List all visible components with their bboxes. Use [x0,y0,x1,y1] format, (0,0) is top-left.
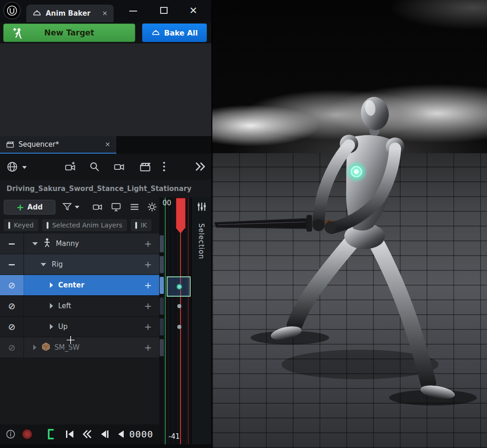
keyframe-dot[interactable] [177,304,181,308]
track-list-empty-area[interactable] [0,358,159,424]
new-target-button[interactable]: New Target [3,24,135,42]
chest-glow [345,161,367,183]
track-label: Left [58,302,71,310]
tab-anim-baker[interactable]: Anim Baker ✕ [26,5,114,22]
chevron-down-icon[interactable] [22,166,27,169]
filter-chip-label: Selected Anim Layers [52,221,122,229]
filter-chip-keyed[interactable]: Keyed [4,219,38,231]
anim-baker-icon [32,9,42,18]
tab-close-icon[interactable]: ✕ [105,141,110,148]
filter-chip-selected-anim-layers[interactable]: Selected Anim Layers [42,219,127,231]
unreal-editor: Anim Baker ✕ ✕ New Target [0,0,487,448]
track-row-left[interactable]: ⊘ Left + [0,296,159,317]
keyframe-dot[interactable] [176,284,182,290]
more-options-icon[interactable] [162,161,166,174]
add-label: Add [27,203,42,211]
caret-right-icon[interactable] [33,345,36,350]
camera-icon[interactable] [92,202,103,214]
deactivate-toggle[interactable]: ⊘ [0,317,24,337]
track-add-button[interactable]: + [144,280,152,291]
unreal-logo-icon [6,5,18,16]
track-color-bar [160,235,164,252]
find-in-browser-icon[interactable] [89,161,100,174]
track-add-button[interactable]: + [144,259,152,270]
playhead[interactable] [176,198,186,228]
sliders-icon[interactable] [196,201,207,214]
collapse-toggle[interactable]: − [0,233,24,254]
deactivate-toggle[interactable]: ⊘ [0,275,24,295]
create-camera-icon[interactable] [65,161,76,174]
caret-down-icon[interactable] [32,242,38,245]
caret-down-icon[interactable] [41,263,46,266]
track-row-up[interactable]: ⊘ Up + [0,317,159,337]
frame-counter[interactable]: 0000 [129,429,153,440]
no-entry-icon: ⊘ [8,322,16,332]
close-button[interactable]: ✕ [189,4,198,17]
deactivate-toggle[interactable]: ⊘ [0,337,24,358]
step-back-button[interactable] [100,430,110,441]
track-label: Manny [56,239,79,248]
caret-right-icon[interactable] [50,324,53,329]
double-chevron-icon[interactable] [193,160,207,175]
no-entry-icon: ⊘ [8,280,16,290]
deactivate-toggle[interactable]: ⊘ [0,296,24,316]
keyframe-dot[interactable] [177,325,181,329]
filter-chip-ik[interactable]: IK [131,219,151,231]
track-add-button[interactable]: + [144,342,152,353]
tab-anim-baker-label: Anim Baker [46,9,90,18]
head [359,95,391,132]
track-row-rig[interactable]: − Rig + [0,254,159,275]
actions-list-icon[interactable] [129,202,140,214]
track-label: Rig [52,260,63,269]
timeline-lane[interactable]: 00 -41 [159,197,191,444]
tab-sequencer[interactable]: Sequencer* ✕ [0,136,116,154]
caret-right-icon[interactable] [50,303,53,309]
anim-baker-toolbar: New Target Bake All [0,22,211,43]
world-icon[interactable] [6,161,18,174]
track-add-button[interactable]: + [144,238,152,249]
previous-key-button[interactable] [82,430,92,441]
playback-options-icon[interactable] [111,202,121,214]
tab-sequencer-label: Sequencer* [18,140,59,149]
track-add-button[interactable]: + [144,300,152,311]
sequence-breadcrumb[interactable]: Driving_Sakura_Sword_Stance_Light_Statio… [0,180,211,197]
collapse-toggle[interactable]: − [0,254,24,275]
add-track-button[interactable]: + Add [4,200,55,215]
selection-panel-tab[interactable]: Selection [191,197,211,444]
track-row-sm-sw[interactable]: ⊘ SM_SW + [0,337,159,358]
info-icon[interactable] [6,429,16,441]
track-list: − Manny + − Rig + [0,233,159,358]
playhead-line [180,233,181,444]
track-color-bar [160,277,164,294]
render-movie-icon[interactable] [139,161,151,174]
toggle-indicator [135,222,137,229]
caret-right-icon[interactable] [50,282,53,288]
play-reverse-button[interactable] [116,430,126,441]
record-button[interactable] [21,428,33,442]
track-row-manny[interactable]: − Manny + [0,233,159,254]
left-panel: Anim Baker ✕ ✕ New Target [0,0,211,448]
camera-icon[interactable] [114,161,125,174]
track-row-center[interactable]: ⊘ Center + [0,275,159,296]
sequencer-add-toolbar: + Add [0,197,159,217]
filter-icon[interactable] [62,202,72,214]
settings-gear-icon[interactable] [147,202,157,214]
toggle-indicator [47,222,48,229]
timeline-scrub-value: -41 [168,432,180,441]
maximize-button[interactable] [160,7,168,14]
new-target-label: New Target [44,28,94,37]
loop-bracket-icon[interactable] [47,429,54,442]
chevron-down-icon[interactable] [75,206,79,209]
selection-tab-label: Selection [197,223,205,259]
bake-all-button[interactable]: Bake All [142,24,207,42]
filter-chip-label: IK [141,221,147,229]
viewport[interactable] [211,0,487,448]
minus-icon: − [8,259,16,270]
playback-range-end-line [188,197,189,444]
track-color-bar [160,298,164,315]
jump-to-start-button[interactable] [65,430,75,441]
track-add-button[interactable]: + [144,321,152,332]
unreal-logo [3,2,21,19]
minimize-button[interactable] [129,11,137,12]
tab-close-icon[interactable]: ✕ [102,10,108,17]
